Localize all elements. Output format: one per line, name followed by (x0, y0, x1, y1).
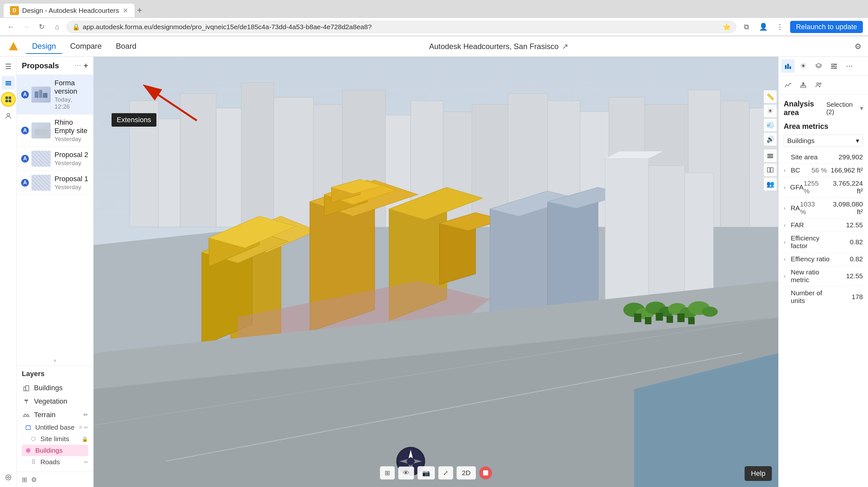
proposal-item-1[interactable]: A Rhino Empty site Yesterday (17, 115, 93, 147)
metric-row-far: › FAR 12.55 (784, 219, 863, 232)
layer-vegetation[interactable]: Vegetation (22, 395, 88, 408)
forward-button[interactable]: → (21, 21, 32, 33)
back-button[interactable]: ← (5, 21, 17, 33)
visibility-toggle[interactable]: 👁 (398, 466, 414, 480)
ra-expand[interactable]: › (784, 205, 790, 212)
settings-icon[interactable]: ⚙ (855, 42, 862, 51)
analysis-area-section: Analysis area Selection (2) ▾ (784, 100, 863, 117)
record-toggle[interactable] (479, 466, 492, 479)
efficiency-ratio-expand[interactable]: › (784, 256, 791, 263)
selection-badge[interactable]: Selection (2) ▾ (826, 101, 863, 116)
roads-edit-icon[interactable]: ✏ (84, 459, 88, 465)
sub-layer-roads[interactable]: ⠿ Roads ✏ (22, 456, 88, 468)
proposal-item-0[interactable]: A Forma version Today, 12:26 (17, 75, 93, 115)
panel-header: Proposals ⋯ + (17, 57, 93, 75)
rp-layers2-icon[interactable] (812, 59, 825, 73)
right-panel-icons-row1: ☀ ⋯ (779, 57, 868, 76)
wind-tool[interactable]: 💨 (764, 118, 777, 132)
extensions-button[interactable]: ⧉ (740, 21, 753, 33)
gfa-expand[interactable]: › (784, 184, 790, 191)
active-tab[interactable]: D Design - Autodesk Headcourters ✕ (3, 3, 135, 17)
svg-rect-83 (688, 317, 694, 324)
layer-terrain[interactable]: Terrain ✏ (22, 408, 88, 422)
svg-rect-78 (634, 313, 641, 322)
menu-icon-btn[interactable]: ☰ (2, 60, 15, 73)
layers-icon-btn[interactable] (2, 76, 15, 89)
far-expand[interactable]: › (784, 222, 791, 229)
svg-rect-22 (129, 101, 158, 227)
layers-tool[interactable] (764, 149, 777, 162)
svg-point-8 (7, 114, 10, 116)
camera-toggle[interactable]: 📷 (417, 466, 435, 480)
bc-expand[interactable]: › (784, 167, 791, 174)
main-content: ☰ (0, 57, 868, 487)
svg-marker-0 (9, 42, 18, 50)
analysis-icon-btn[interactable] (2, 470, 15, 484)
svg-rect-82 (677, 313, 684, 322)
measure-tool[interactable]: 📏 (764, 90, 777, 103)
rp-solar-icon[interactable] (797, 78, 810, 92)
2d-toggle[interactable]: 2D (457, 466, 476, 480)
nav-board[interactable]: Board (109, 39, 143, 54)
settings-panel-btn[interactable]: ⚙ (31, 476, 37, 484)
share-icon[interactable]: ↗ (562, 42, 568, 51)
svg-rect-96 (785, 65, 786, 69)
base-reorder-icon[interactable]: ≡ (79, 424, 82, 430)
grid-view-btn[interactable]: ⊞ (22, 476, 27, 484)
menu-button[interactable]: ⋮ (773, 21, 786, 33)
rp-settings2-icon[interactable] (827, 59, 841, 73)
panel-add-btn[interactable]: + (84, 61, 88, 70)
rp-line-chart-icon[interactable] (781, 78, 795, 92)
svg-rect-81 (666, 316, 673, 323)
svg-rect-16 (26, 386, 29, 391)
profile-button[interactable]: 👤 (757, 21, 770, 33)
sub-layer-buildings-active[interactable]: Buildings (22, 445, 88, 456)
sub-layer-buildings-name: Buildings (35, 447, 86, 454)
metric-row-bc: › BC 56 % 166,962 ft² (784, 164, 863, 177)
buildings-select[interactable]: Buildings ▾ (784, 135, 863, 147)
grid-toggle[interactable]: ⊞ (380, 466, 395, 480)
panel-settings-btn[interactable]: ⋯ (75, 61, 81, 70)
scroll-indicator: ▾ (17, 356, 93, 365)
proposal-item-3[interactable]: A Proposal 1 Yesterday (17, 171, 93, 195)
proposal-thumb-1 (31, 122, 51, 139)
proposal-item-2[interactable]: A Proposal 2 Yesterday (17, 147, 93, 171)
refresh-button[interactable]: ↻ (36, 21, 48, 33)
efficiency-factor-expand[interactable]: › (784, 239, 791, 246)
select-chevron: ▾ (856, 137, 859, 145)
svg-rect-26 (241, 83, 274, 227)
people-icon-btn[interactable] (2, 109, 15, 123)
sub-layer-base[interactable]: Untitled base ≡ ✏ (22, 422, 88, 433)
people-tool[interactable]: 👥 (764, 177, 777, 191)
nav-design[interactable]: Design (26, 39, 62, 54)
new-ratio-expand[interactable]: › (784, 273, 791, 280)
right-panel: ☀ ⋯ (778, 57, 868, 487)
svg-rect-6 (5, 100, 8, 102)
help-button[interactable]: Help (745, 466, 772, 481)
tab-close-btn[interactable]: ✕ (123, 7, 128, 14)
rp-chart-icon[interactable] (781, 59, 795, 73)
url-field[interactable]: 🔒 app.autodesk.forma.eu/designmode/pro_i… (67, 21, 736, 33)
extensions-icon-btn[interactable] (1, 92, 16, 107)
noise-tool[interactable]: 🔊 (764, 132, 777, 146)
layers-section: Layers Buildings (17, 365, 93, 471)
layer-buildings[interactable]: Buildings (22, 381, 88, 395)
rp-sun-icon[interactable]: ☀ (797, 59, 810, 73)
compare-view-tool[interactable] (764, 163, 777, 177)
home-button[interactable]: ⌂ (51, 21, 63, 33)
sub-layer-site-limits[interactable]: Site limits 🔒 (22, 433, 88, 445)
terrain-edit-icon[interactable]: ✏ (83, 411, 88, 418)
base-edit-icon[interactable]: ✏ (84, 424, 88, 431)
svg-rect-91 (767, 157, 773, 158)
nav-compare[interactable]: Compare (64, 39, 108, 54)
sun-tool[interactable]: ☀ (764, 104, 777, 118)
rp-people2-icon[interactable] (812, 78, 825, 92)
expand-toggle[interactable]: ⤢ (438, 466, 453, 480)
rp-more-icon[interactable]: ⋯ (843, 59, 856, 73)
viewport[interactable]: 📏 ☀ 💨 🔊 👥 (94, 57, 778, 487)
metric-row-gfa: › GFA 1255 % 3,765,224 ft² (784, 177, 863, 198)
metric-row-site-area: Site area 299,902 (784, 151, 863, 164)
sub-layer-base-name: Untitled base (35, 424, 79, 431)
relaunch-button[interactable]: Relaunch to update (790, 21, 863, 33)
new-tab-button[interactable]: + (137, 5, 142, 16)
